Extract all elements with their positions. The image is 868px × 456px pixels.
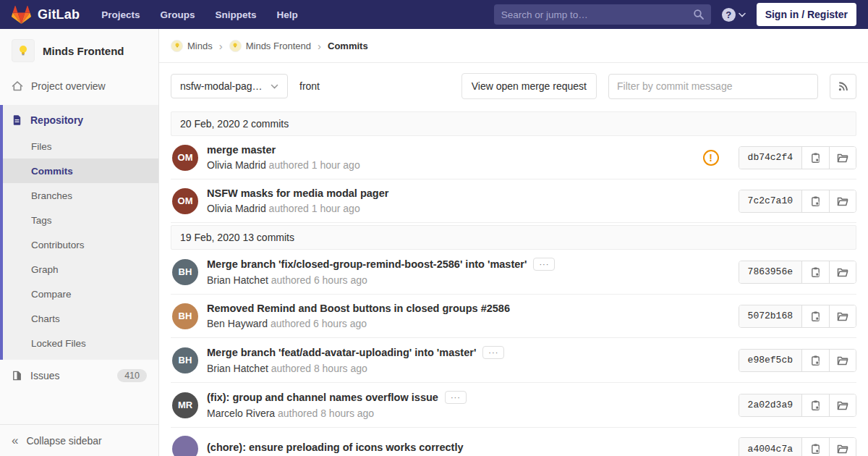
- view-merge-request-button[interactable]: View open merge request: [461, 73, 597, 99]
- search-icon: [693, 9, 705, 20]
- commit-info: (chore): ensure preloading of icons work…: [207, 442, 739, 456]
- nav-item-snippets[interactable]: Snippets: [216, 9, 257, 20]
- commit-title[interactable]: Removed Remind and Boost buttons in clos…: [207, 303, 510, 314]
- commit-description-toggle[interactable]: ···: [445, 391, 467, 404]
- sidebar-item-charts[interactable]: Charts: [0, 306, 158, 331]
- copy-sha-button[interactable]: [802, 190, 829, 212]
- commit-row: OM merge master Olivia Madrid authored 1…: [171, 136, 856, 180]
- sidebar-item-locked-files[interactable]: Locked Files: [0, 331, 158, 355]
- navbar-left: GitLab ProjectsGroupsSnippetsHelp: [12, 6, 298, 24]
- commit-title[interactable]: Merge branch 'feat/add-avatar-uploading'…: [207, 347, 476, 358]
- breadcrumb-link-minds-frontend[interactable]: Minds Frontend: [229, 40, 311, 52]
- sidebar-item-compare[interactable]: Compare: [0, 282, 158, 306]
- project-avatar[interactable]: [12, 39, 35, 62]
- copy-sha-button[interactable]: [802, 438, 829, 456]
- ci-status-warning-icon[interactable]: !: [703, 150, 719, 166]
- sidebar-item-tags[interactable]: Tags: [0, 208, 158, 232]
- copy-sha-button[interactable]: [802, 261, 829, 283]
- commit-sha[interactable]: 7863956e: [739, 261, 802, 283]
- sign-in-button[interactable]: Sign in / Register: [757, 3, 856, 26]
- browse-files-button[interactable]: [829, 305, 856, 327]
- folder-icon: [837, 153, 848, 163]
- browse-files-button[interactable]: [829, 394, 856, 416]
- copy-sha-button[interactable]: [802, 350, 829, 371]
- avatar[interactable]: BH: [172, 259, 198, 285]
- sidebar-item-files[interactable]: Files: [0, 134, 158, 159]
- copy-sha-button[interactable]: [802, 147, 829, 169]
- global-search-input[interactable]: [494, 4, 711, 25]
- copy-sha-button[interactable]: [802, 394, 829, 416]
- branch-selector[interactable]: nsfw-modal-pag…: [171, 74, 288, 98]
- collapse-sidebar-button[interactable]: « Collapse sidebar: [0, 424, 158, 456]
- global-search: [494, 4, 711, 25]
- commit-sha[interactable]: 7c2c7a10: [739, 190, 802, 212]
- help-menu[interactable]: ?: [722, 8, 746, 22]
- nav-item-groups[interactable]: Groups: [160, 9, 195, 20]
- commit-row: OM NSFW masks for media modal pager Oliv…: [171, 180, 856, 223]
- commit-authored-time: authored 1 hour ago: [269, 159, 360, 171]
- breadcrumb-separator: ›: [219, 41, 223, 51]
- browse-files-button[interactable]: [829, 438, 856, 456]
- commit-title[interactable]: (fix): group and channel names overflow …: [207, 392, 438, 403]
- sidebar-item-graph[interactable]: Graph: [0, 257, 158, 282]
- rss-icon: [838, 81, 848, 92]
- sidebar-item-repository[interactable]: Repository: [0, 105, 158, 134]
- gitlab-logo[interactable]: GitLab: [12, 6, 80, 24]
- browse-files-button[interactable]: [829, 261, 856, 283]
- avatar[interactable]: MR: [172, 392, 198, 418]
- clipboard-icon: [810, 266, 821, 278]
- rss-feed-button[interactable]: [830, 74, 856, 99]
- browse-files-button[interactable]: [829, 190, 856, 212]
- avatar[interactable]: OM: [172, 188, 198, 214]
- commit-author[interactable]: Brian Hatchet: [207, 274, 268, 286]
- commit-description-toggle[interactable]: ···: [482, 346, 504, 359]
- copy-sha-button[interactable]: [802, 305, 829, 327]
- browse-files-button[interactable]: [829, 350, 856, 371]
- commit-authored-time: authored 6 hours ago: [271, 318, 367, 329]
- commit-author[interactable]: Ben Hayward: [207, 318, 268, 329]
- clipboard-icon: [810, 443, 821, 455]
- sidebar-item-commits[interactable]: Commits: [0, 159, 158, 183]
- avatar[interactable]: BH: [172, 347, 198, 373]
- nav-item-help[interactable]: Help: [277, 9, 298, 20]
- browse-files-button[interactable]: [829, 147, 856, 169]
- commit-filter-input[interactable]: [608, 74, 818, 99]
- commit-sha[interactable]: a4004c7a: [739, 438, 802, 456]
- avatar[interactable]: [172, 436, 198, 456]
- repository-submenu: FilesCommitsBranchesTagsContributorsGrap…: [0, 134, 158, 360]
- avatar[interactable]: OM: [172, 145, 198, 171]
- commits-toolbar: nsfw-modal-pag… front View open merge re…: [159, 63, 868, 109]
- commit-sha[interactable]: db74c2f4: [739, 147, 802, 169]
- commit-authored-time: authored 8 hours ago: [271, 363, 367, 374]
- breadcrumb-label: Minds Frontend: [246, 41, 311, 51]
- commit-info: NSFW masks for media modal pager Olivia …: [207, 187, 739, 214]
- sidebar-item-contributors[interactable]: Contributors: [0, 232, 158, 257]
- gitlab-wordmark: GitLab: [38, 7, 80, 22]
- commit-sha[interactable]: e98ef5cb: [739, 350, 802, 371]
- sidebar-item-branches[interactable]: Branches: [0, 183, 158, 208]
- commit-sha[interactable]: 2a02d3a9: [739, 394, 802, 416]
- breadcrumb-link-minds[interactable]: Minds: [171, 40, 213, 52]
- clipboard-icon: [810, 152, 821, 164]
- sidebar-item-project-overview[interactable]: Project overview: [0, 72, 158, 101]
- commit-description-toggle[interactable]: ···: [533, 258, 555, 271]
- commit-title[interactable]: Merge branch 'fix/closed-group-remind-bo…: [207, 258, 527, 270]
- avatar[interactable]: BH: [172, 303, 198, 329]
- commit-title[interactable]: merge master: [207, 144, 276, 156]
- clipboard-icon: [810, 311, 821, 322]
- sidebar-item-issues[interactable]: Issues 410: [0, 360, 158, 392]
- folder-icon: [837, 355, 848, 366]
- project-title[interactable]: Minds Frontend: [43, 45, 124, 57]
- top-navbar: GitLab ProjectsGroupsSnippetsHelp ? Sign…: [0, 0, 868, 29]
- commit-authored-time: authored 6 hours ago: [271, 274, 367, 286]
- commit-author[interactable]: Olivia Madrid: [207, 159, 266, 171]
- commit-author[interactable]: Olivia Madrid: [207, 203, 266, 214]
- nav-item-projects[interactable]: Projects: [101, 9, 140, 20]
- commit-sha[interactable]: 5072b168: [739, 305, 802, 327]
- commit-title[interactable]: NSFW masks for media modal pager: [207, 187, 388, 199]
- commit-title[interactable]: (chore): ensure preloading of icons work…: [207, 442, 464, 453]
- commit-author[interactable]: Marcelo Rivera: [207, 408, 275, 419]
- commit-author[interactable]: Brian Hatchet: [207, 363, 268, 374]
- repository-section: Repository FilesCommitsBranchesTagsContr…: [0, 105, 158, 360]
- help-icon: ?: [722, 8, 736, 22]
